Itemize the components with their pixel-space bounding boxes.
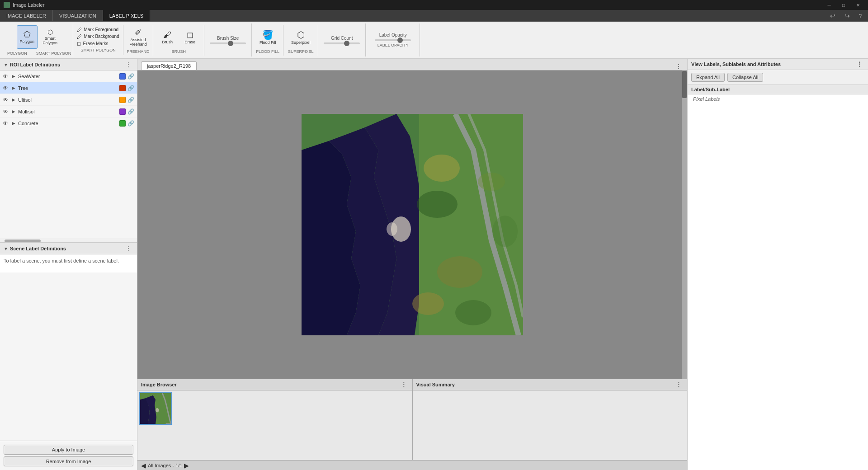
mollisol-visibility-icon[interactable]: 👁 (3, 108, 10, 115)
svg-point-3 (424, 155, 460, 182)
roi-section-header[interactable]: ▼ ROI Label Definitions ⋮ (0, 59, 137, 70)
flood-fill-tool[interactable]: 🪣 Flood Fill (256, 26, 279, 49)
roi-item-concrete[interactable]: 👁 ▶ Concrete 🔗 (0, 118, 137, 129)
mollisol-color-swatch (119, 108, 126, 115)
expand-all-button[interactable]: Expand All (691, 73, 725, 82)
svg-point-8 (455, 300, 491, 325)
menu-tab-visualization[interactable]: VISUALIZATION (53, 10, 103, 21)
thumbnail-item[interactable] (139, 392, 172, 425)
roi-item-mollisol[interactable]: 👁 ▶ Mollisol 🔗 (0, 106, 137, 118)
erase-marks-label: Erase Marks (83, 41, 108, 46)
table-column-label: Label/Sub-Label (688, 85, 868, 94)
scene-collapse-arrow: ▼ (4, 246, 8, 251)
superpixel-tool[interactable]: ⬡ Superpixel (287, 26, 314, 49)
visual-summary-menu-button[interactable]: ⋮ (674, 381, 684, 388)
concrete-visibility-icon[interactable]: 👁 (3, 120, 10, 127)
remove-from-image-button[interactable]: Remove from Image (4, 456, 133, 466)
visual-summary-panel: Visual Summary ⋮ (413, 379, 688, 460)
seawater-color-swatch (119, 73, 126, 80)
image-browser-content (137, 390, 412, 460)
label-opacity-slider[interactable] (375, 39, 411, 41)
brush-tool[interactable]: 🖌 Brush (157, 26, 178, 49)
roi-collapse-arrow: ▼ (4, 62, 8, 67)
svg-point-7 (417, 191, 458, 218)
collapse-all-button[interactable]: Collapse All (727, 73, 763, 82)
mollisol-expand-arrow: ▶ (12, 109, 16, 114)
grid-count-slider[interactable] (324, 42, 360, 44)
roi-item-tree[interactable]: 👁 ▶ Tree 🔗 (0, 82, 137, 94)
title-bar: Image Labeler ─ □ ✕ (0, 0, 868, 10)
svg-point-6 (478, 173, 505, 191)
ultisol-link-icon[interactable]: 🔗 (127, 97, 134, 103)
menu-tab-label-pixels[interactable]: LABEL PIXELS (103, 10, 150, 21)
svg-point-12 (156, 408, 159, 412)
bottom-buttons: Apply to Image Remove from Image (0, 441, 137, 470)
image-browser-menu-button[interactable]: ⋮ (399, 381, 409, 388)
right-panel-toolbar: Expand All Collapse All (688, 70, 868, 85)
roi-item-seawater[interactable]: 👁 ▶ SeaWater 🔗 (0, 70, 137, 82)
image-scroll-thumb-v[interactable] (682, 71, 687, 98)
satellite-svg (302, 114, 523, 335)
roi-list-container: 👁 ▶ SeaWater 🔗 👁 ▶ Tree 🔗 👁 ▶ (0, 70, 137, 239)
image-canvas-area[interactable] (137, 70, 687, 379)
minimize-button[interactable]: ─ (823, 0, 835, 10)
assisted-freehand-tool[interactable]: ✐ AssistedFreehand (128, 26, 149, 49)
right-panel-menu-button[interactable]: ⋮ (854, 61, 864, 68)
restore-button[interactable]: □ (837, 0, 850, 10)
main-layout: ▼ ROI Label Definitions ⋮ 👁 ▶ SeaWater 🔗… (0, 59, 868, 470)
undo-button[interactable]: ↩ (827, 12, 838, 19)
close-button[interactable]: ✕ (852, 0, 864, 10)
ultisol-visibility-icon[interactable]: 👁 (3, 97, 10, 103)
image-browser-title: Image Browser (141, 382, 177, 387)
seawater-link-icon[interactable]: 🔗 (127, 73, 134, 80)
redo-button[interactable]: ↪ (842, 12, 853, 19)
status-left-arrow[interactable]: ◀ (141, 462, 146, 469)
concrete-link-icon[interactable]: 🔗 (127, 120, 134, 127)
erase-tool[interactable]: ◻ Erase (179, 26, 200, 49)
status-right-arrow[interactable]: ▶ (184, 462, 189, 469)
app-icon (4, 2, 10, 8)
polygon-label: Polygon (19, 39, 34, 44)
roi-scrollable[interactable]: 👁 ▶ SeaWater 🔗 👁 ▶ Tree 🔗 👁 ▶ (0, 70, 137, 239)
image-tab-jasperridge[interactable]: jasperRidge2_R198 (141, 61, 197, 70)
polygon-tool[interactable]: ⬠ Polygon (17, 25, 38, 49)
scene-section-header[interactable]: ▼ Scene Label Definitions ⋮ (0, 243, 137, 254)
image-vertical-scrollbar[interactable] (682, 70, 687, 379)
tree-visibility-icon[interactable]: 👁 (3, 85, 10, 91)
left-panel: ▼ ROI Label Definitions ⋮ 👁 ▶ SeaWater 🔗… (0, 59, 137, 470)
toolbar: ⬠ Polygon ⬡ SmartPolygon POLYGON SMART P… (0, 22, 868, 59)
superpixel-icon: ⬡ (297, 30, 305, 39)
mark-background-option[interactable]: 🖊 Mark Background (77, 34, 119, 39)
roi-menu-button[interactable]: ⋮ (123, 61, 133, 68)
help-button[interactable]: ? (856, 13, 864, 19)
erase-marks-option[interactable]: ◻ Erase Marks (77, 41, 119, 47)
scene-menu-button[interactable]: ⋮ (123, 245, 133, 252)
bottom-panels: Image Browser ⋮ (137, 379, 687, 460)
erase-label: Erase (185, 40, 196, 44)
visual-summary-content (413, 390, 688, 460)
polygon-icon: ⬠ (24, 30, 31, 38)
roi-item-ultisol[interactable]: 👁 ▶ Ultisol 🔗 (0, 94, 137, 106)
apply-to-image-button[interactable]: Apply to Image (4, 445, 133, 455)
scene-panel: ▼ Scene Label Definitions ⋮ To label a s… (0, 242, 137, 273)
roi-horizontal-scrollbar[interactable] (0, 239, 137, 242)
erase-icon: ◻ (187, 31, 193, 39)
image-tab-menu-button[interactable]: ⋮ (674, 63, 684, 70)
brush-size-slider[interactable] (210, 42, 246, 44)
smart-polygon-tool[interactable]: ⬡ SmartPolygon (38, 25, 62, 49)
main-image (302, 114, 523, 335)
menu-tab-image-labeler[interactable]: IMAGE LABELER (0, 10, 53, 21)
visual-summary-header: Visual Summary ⋮ (413, 379, 688, 390)
right-panel-title: View Labels, Sublabels and Attributes (691, 61, 781, 67)
smart-polygon-label: SmartPolygon (42, 36, 57, 45)
label-opacity-section: LABEL OPACITY (377, 43, 409, 47)
mollisol-link-icon[interactable]: 🔗 (127, 108, 134, 115)
mark-foreground-option[interactable]: 🖊 Mark Foreground (77, 27, 119, 33)
seawater-visibility-icon[interactable]: 👁 (3, 73, 10, 80)
flood-fill-icon: 🪣 (262, 30, 274, 39)
status-bar: ◀ All Images - 1/1 ▶ (137, 460, 687, 470)
pixel-labels-text: Pixel Labels (693, 96, 720, 102)
superpixel-label: Superpixel (291, 40, 311, 45)
tree-link-icon[interactable]: 🔗 (127, 85, 134, 91)
roi-scrollbar-thumb[interactable] (5, 240, 41, 242)
